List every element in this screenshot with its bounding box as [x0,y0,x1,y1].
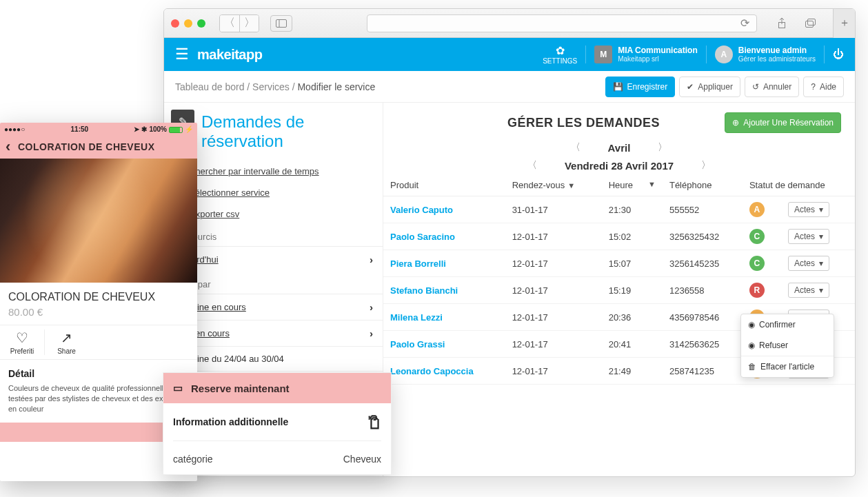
back-button[interactable]: ‹ [6,138,18,156]
menu-refuse[interactable]: ◉Refuser [741,335,834,356]
col-time[interactable]: Heure▼ [602,174,663,196]
col-phone[interactable]: Téléphone [663,174,743,196]
breadcrumb-services[interactable]: Services [252,81,290,92]
help-button[interactable]: ? Aide [803,77,844,97]
undo-icon: ↺ [752,82,759,92]
cell-time: 15:07 [602,250,663,277]
phone-header: ‹ COLORATION DE CHEVEUX [0,135,197,159]
close-window-button[interactable] [171,19,179,28]
menu-delete[interactable]: 🗑Effacer l'article [741,356,834,377]
nav-back-button[interactable]: 〈 [220,15,239,32]
cell-product: Leonardo Capoccia [383,358,505,385]
product-link[interactable]: Paolo Grassi [390,339,445,349]
cell-status: C [743,223,781,250]
cell-phone: 258741235 [663,358,743,385]
cancel-button[interactable]: ↺ Annuler [745,77,799,97]
cell-status: C [743,250,781,277]
admin-topbar: ☰ makeitapp ✿ SETTINGS M MIA Communicati… [164,38,855,71]
card-icon: ▭ [173,382,183,394]
cell-status: A [743,196,781,223]
signal-icon: ●●●●○ [4,125,25,133]
cell-time: 15:19 [602,277,663,304]
add-reservation-button[interactable]: ⊕ Ajouter Une Réservation [725,112,841,133]
org-sub: Makeitapp srl [618,55,698,63]
minimize-window-button[interactable] [184,19,192,28]
product-link[interactable]: Valerio Caputo [390,205,453,215]
cell-phone: 3142563625 [663,331,743,358]
favorite-button[interactable]: ♡ Preferiti [0,329,44,355]
save-button[interactable]: 💾 Enregistrer [605,77,676,97]
sort-icon: ▼ [648,180,656,188]
month-prev-button[interactable]: 〈 [571,141,581,154]
manage-header: GÉRER LES DEMANDES ⊕ Ajouter Une Réserva… [383,103,855,139]
url-bar[interactable]: ⟳ [367,14,757,32]
day-nav: 〈 Vendredi 28 Avril 2017 〉 [383,156,855,174]
confirm-icon: ◉ [748,320,755,329]
cell-time: 21:49 [602,358,663,385]
actions-dropdown[interactable]: Actes ▾ [788,202,829,217]
cell-date: 31-01-17 [505,196,602,223]
cell-date: 12-01-17 [505,358,602,385]
product-link[interactable]: Paolo Saracino [390,232,455,242]
share-button[interactable]: ↗ Share [44,329,88,355]
share-button[interactable] [772,15,791,32]
save-icon: 💾 [613,82,623,92]
trash-icon: 🗑 [748,362,756,372]
svg-rect-0 [276,19,287,27]
product-link[interactable]: Leonardo Capoccia [390,366,474,376]
cell-phone: 1236558 [663,277,743,304]
col-appointment[interactable]: Rendez-vous▼ [505,174,602,196]
new-tab-button[interactable]: ＋ [833,9,855,38]
breadcrumb-root[interactable]: Tableau de bord [175,81,244,92]
bluetooth-icon: ✱ [141,125,147,133]
action-row: Tableau de bord / Services / Modifier le… [164,71,855,103]
cell-product: Milena Lezzi [383,304,505,331]
cell-phone: 3256325432 [663,223,743,250]
cell-product: Paolo Saracino [383,223,505,250]
month-next-button[interactable]: 〉 [658,141,667,154]
cell-time: 15:02 [602,223,663,250]
day-prev-button[interactable]: 〈 [527,159,537,172]
product-link[interactable]: Stefano Bianchi [390,285,458,296]
cell-time: 20:36 [602,304,663,331]
org-account-block[interactable]: M MIA Communication Makeitapp srl [585,45,706,63]
phone-actions: ♡ Preferiti ↗ Share [0,325,197,360]
charging-icon: ⚡ [185,125,193,133]
col-status[interactable]: Statut de demande [743,174,855,196]
browser-right-icons: ＋ [772,9,848,38]
breadcrumb-current: Modifier le service [297,81,375,92]
cell-phone: 555552 [663,196,743,223]
product-link[interactable]: Piera Borrelli [390,258,446,269]
apply-button[interactable]: ✔ Appliquer [679,77,740,97]
caret-down-icon: ▾ [819,232,823,241]
refresh-icon[interactable]: ⟳ [740,17,749,30]
settings-button[interactable]: ✿ SETTINGS [543,44,577,65]
user-account-block[interactable]: A Bienvenue admin Gérer les administrate… [706,45,825,63]
cell-date: 12-01-17 [505,277,602,304]
sidebar-toggle-button[interactable] [270,15,292,32]
window-controls [171,19,205,28]
day-label: Vendredi 28 Avril 2017 [565,160,674,172]
cell-time: 21:30 [602,196,663,223]
actions-dropdown[interactable]: Actes ▾ [788,229,829,244]
col-product[interactable]: Produit [383,174,505,196]
tabs-button[interactable] [801,15,820,32]
maximize-window-button[interactable] [197,19,205,28]
nav-forward-button[interactable]: 〉 [239,15,259,32]
logout-button[interactable]: ⏻ [833,48,844,61]
brand-logo: makeitapp [197,47,262,63]
menu-confirm[interactable]: ◉Confirmer [741,314,834,335]
status-badge: C [749,256,765,271]
sidebar-icon [276,19,287,28]
actions-dropdown[interactable]: Actes ▾ [788,283,829,298]
user-greeting: Bienvenue admin [738,46,816,55]
cell-phone: 3256145235 [663,250,743,277]
day-next-button[interactable]: 〉 [701,159,711,172]
cell-actions: Actes ▾ [781,277,855,304]
org-avatar: M [594,45,612,63]
actions-dropdown[interactable]: Actes ▾ [788,256,829,271]
user-avatar: A [715,45,733,63]
menu-toggle-button[interactable]: ☰ [175,45,189,63]
right-panel: GÉRER LES DEMANDES ⊕ Ajouter Une Réserva… [383,103,855,477]
product-link[interactable]: Milena Lezzi [390,312,443,323]
